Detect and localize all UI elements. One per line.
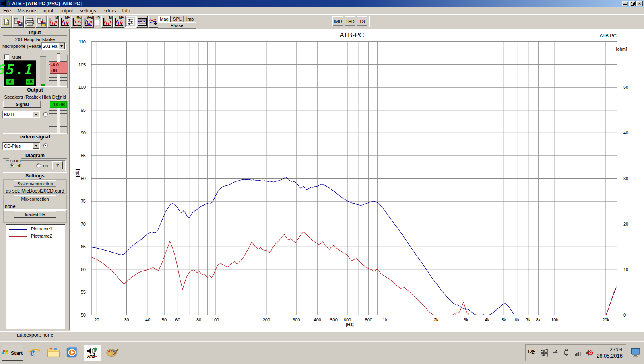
ts-button[interactable]: TS: [357, 16, 367, 26]
toolbar-button-new-document[interactable]: [1, 16, 12, 28]
restore-icon: [631, 3, 634, 6]
phase-button[interactable]: Phase: [158, 22, 196, 29]
y-left-tick-label: 95: [81, 108, 86, 113]
show-desktop-icon[interactable]: [630, 348, 641, 358]
speaker-muted-icon[interactable]: [585, 349, 593, 357]
help-button[interactable]: ?: [52, 161, 63, 169]
toolbar-button-mean-m-plus[interactable]: M̅+: [113, 16, 124, 28]
signal-bars-icon[interactable]: [574, 349, 582, 357]
menu-output[interactable]: output: [56, 7, 76, 14]
extern-signal-combo[interactable]: CD-Plus: [2, 142, 40, 150]
toolbar-button-r-toggle[interactable]: (r): [94, 16, 101, 28]
x-tick-label: 50: [162, 317, 167, 322]
extern-signal-header: extern signal: [3, 133, 67, 140]
microphone-label: Microphone (Realtek: [2, 44, 43, 49]
minimize-button[interactable]: [622, 1, 628, 6]
measure-m-plus-label: M+: [65, 16, 70, 19]
x-tick-label: 40: [145, 317, 150, 322]
plotname2-line-swatch: [9, 236, 27, 237]
x-tick-label: 60: [175, 317, 180, 322]
plug-icon[interactable]: [563, 349, 571, 357]
legend-item[interactable]: Plotname1: [6, 226, 65, 232]
quicklaunch-media-player[interactable]: [64, 345, 80, 361]
combo-arrow-icon[interactable]: [33, 111, 39, 117]
diagram-settings-icon: [137, 17, 147, 26]
input-source-combo[interactable]: 201 Haup: [41, 42, 66, 50]
quicklaunch-paint-palette[interactable]: [105, 345, 120, 361]
zoom-off-radio[interactable]: [10, 163, 14, 168]
tab-spl[interactable]: SPL: [171, 16, 184, 22]
level-meter-fill: [41, 84, 45, 86]
x-tick-label: 6k: [515, 317, 520, 322]
chart-title: ATB-PC: [279, 31, 424, 39]
window-panes-icon[interactable]: [540, 349, 548, 357]
signal-combo[interactable]: BMH: [2, 111, 40, 118]
output-section-header: Output: [3, 86, 67, 93]
measure-m-label: M: [55, 16, 58, 19]
close-button[interactable]: ×: [636, 1, 643, 6]
y-left-tick-label: 85: [81, 153, 86, 158]
x-tick-label: 20: [94, 317, 99, 322]
menu-extras[interactable]: extras: [99, 7, 119, 14]
legend-item[interactable]: Plotname2: [6, 234, 65, 239]
loaded-file-button[interactable]: loaded file: [14, 211, 56, 218]
zoom-on-label: on: [43, 163, 48, 168]
signal-button[interactable]: Signal: [3, 101, 41, 108]
toolbar-button-mean-m[interactable]: M̅: [101, 16, 113, 28]
x-tick-label: 200: [263, 317, 270, 322]
y-right-tick-label: 0: [623, 313, 626, 317]
input-gain-fader[interactable]: -6.0 dB: [49, 55, 68, 88]
combo-arrow-icon[interactable]: [58, 43, 65, 49]
toolbar-button-level-adjust[interactable]: [125, 16, 136, 28]
x-tick-label: 100: [212, 317, 219, 322]
toolbar-button-measure-m-plus[interactable]: M+: [59, 16, 70, 28]
toolbar-button-diagram-settings[interactable]: [136, 16, 148, 28]
imd-button[interactable]: IMD: [332, 16, 343, 26]
toolbar-button-measure-m-plus-index[interactable]: M+d: [83, 16, 94, 28]
toolbar-button-save-image[interactable]: [36, 16, 47, 28]
system-correction-button[interactable]: System-correction: [14, 180, 56, 187]
y-left-tick-label: 110: [78, 39, 86, 44]
input-device-line: 201 Hauptlautstärke: [1, 37, 69, 42]
toolbar: M M+ Md M+d (r) M̅ M̅+ Mag SPL Imp Phase…: [0, 14, 644, 29]
toolbar-button-measure-m[interactable]: M: [47, 16, 59, 28]
toolbar-button-print[interactable]: [24, 16, 35, 28]
atb-app-icon: ATB: [86, 346, 99, 360]
menu-measure[interactable]: Measure: [14, 7, 39, 14]
quicklaunch-file-explorer[interactable]: [46, 345, 61, 361]
y-left-tick-label: 75: [81, 199, 86, 204]
menu-input[interactable]: input: [39, 7, 56, 14]
tab-mag[interactable]: Mag: [158, 16, 171, 22]
menu-file[interactable]: File: [0, 7, 14, 14]
quicklaunch-internet-explorer[interactable]: e: [27, 345, 42, 361]
toolbar-button-measure-m-index[interactable]: Md: [71, 16, 82, 28]
chevron-up-icon[interactable]: [529, 349, 537, 357]
flag-icon[interactable]: [551, 349, 559, 357]
output-gain-fader[interactable]: -13 dB: [49, 101, 68, 134]
signal-combo-value: BMH: [3, 112, 33, 117]
palette-icon: [106, 346, 119, 360]
restore-button[interactable]: [629, 1, 636, 6]
toolbar-button-save-measurement[interactable]: [12, 16, 24, 28]
left-axis-unit-label: [dB]: [75, 169, 80, 177]
mute-checkbox[interactable]: [4, 54, 9, 60]
level-value: 65.1: [0, 62, 33, 78]
x-axis-unit-label: [Hz]: [336, 322, 364, 327]
menu-info[interactable]: Info: [119, 7, 133, 14]
extern-signal-radio[interactable]: [43, 143, 48, 148]
start-button[interactable]: Start: [2, 345, 23, 361]
toolbar-separator: [369, 16, 370, 27]
combo-arrow-icon[interactable]: [33, 143, 39, 149]
tab-imp[interactable]: Imp: [184, 16, 196, 22]
menu-settings[interactable]: settings: [76, 7, 99, 14]
thd-button[interactable]: THD: [345, 16, 355, 26]
mic-correction-button[interactable]: Mic-correction: [14, 195, 56, 202]
system-correction-status: as set: MicBoost20CD.card: [1, 188, 69, 194]
x-tick-label: 20k: [602, 317, 609, 322]
tray-clock[interactable]: 22:04 26.05.2016: [597, 346, 623, 359]
signal-radio[interactable]: [43, 112, 48, 117]
zoom-on-radio[interactable]: [36, 163, 41, 168]
input-section-header: Input: [3, 29, 67, 36]
quicklaunch-atb-app-active[interactable]: ATB: [84, 345, 101, 361]
plotname1-line-swatch: [9, 229, 27, 230]
